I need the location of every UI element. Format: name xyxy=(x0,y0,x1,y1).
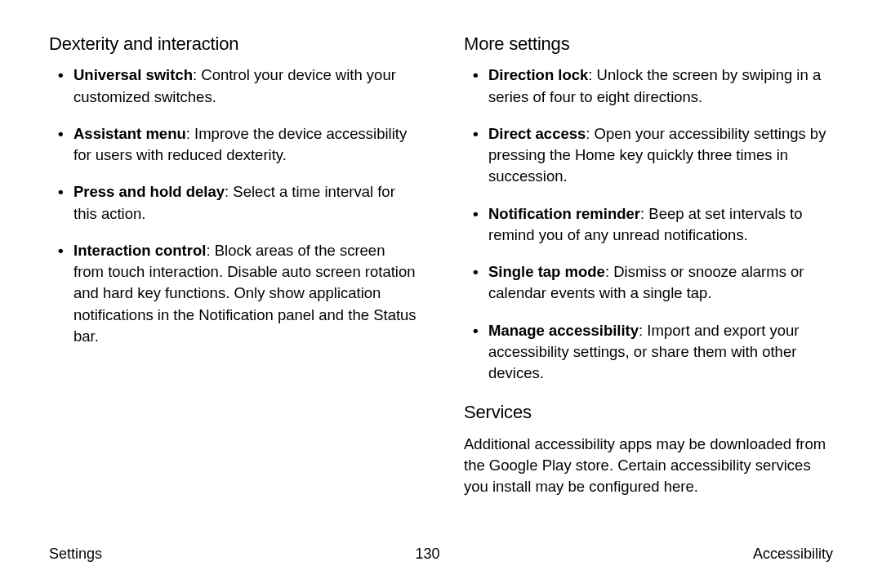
list-item: Press and hold delay: Select a time inte… xyxy=(49,181,418,225)
term: Notification reminder xyxy=(488,205,640,222)
list-item: Interaction control: Block areas of the … xyxy=(49,240,418,347)
term: Single tap mode xyxy=(488,263,605,280)
term: Universal switch xyxy=(74,66,193,83)
right-column: More settings Direction lock: Unlock the… xyxy=(464,31,833,497)
term: Interaction control xyxy=(74,242,206,259)
heading-dexterity: Dexterity and interaction xyxy=(49,31,418,56)
term: Direct access xyxy=(488,125,586,142)
term: Direction lock xyxy=(488,66,588,83)
term: Assistant menu xyxy=(74,125,186,142)
footer-right: Accessibility xyxy=(753,544,833,565)
list-item: Single tap mode: Dismiss or snooze alarm… xyxy=(464,261,833,305)
heading-services: Services xyxy=(464,399,833,425)
services-description: Additional accessibility apps may be dow… xyxy=(464,434,833,498)
left-column: Dexterity and interaction Universal swit… xyxy=(49,31,418,497)
term: Press and hold delay xyxy=(74,183,225,200)
content-columns: Dexterity and interaction Universal swit… xyxy=(49,31,833,497)
list-dexterity: Universal switch: Control your device wi… xyxy=(49,65,418,347)
list-item: Notification reminder: Beep at set inter… xyxy=(464,203,833,247)
list-item: Direct access: Open your accessibility s… xyxy=(464,123,833,188)
list-item: Universal switch: Control your device wi… xyxy=(49,65,418,108)
page-number: 130 xyxy=(415,544,439,565)
heading-more-settings: More settings xyxy=(464,31,833,56)
list-more-settings: Direction lock: Unlock the screen by swi… xyxy=(464,65,833,384)
term: Manage accessibility xyxy=(488,322,639,339)
page-footer: Settings 130 Accessibility xyxy=(49,544,833,565)
list-item: Manage accessibility: Import and export … xyxy=(464,320,833,385)
footer-left: Settings xyxy=(49,544,102,565)
list-item: Direction lock: Unlock the screen by swi… xyxy=(464,65,833,108)
list-item: Assistant menu: Improve the device acces… xyxy=(49,123,418,167)
